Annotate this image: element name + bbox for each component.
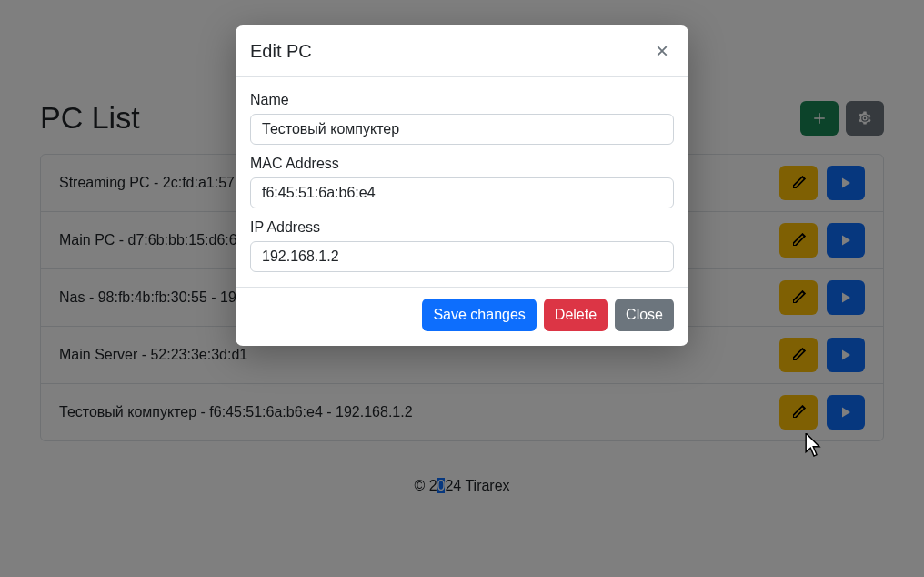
close-icon: × bbox=[656, 38, 668, 63]
ip-label: IP Address bbox=[250, 219, 674, 236]
close-icon-button[interactable]: × bbox=[650, 40, 674, 62]
mac-field[interactable] bbox=[250, 177, 674, 208]
close-button[interactable]: Close bbox=[615, 299, 674, 331]
modal-title: Edit PC bbox=[250, 41, 312, 62]
name-field[interactable] bbox=[250, 114, 674, 145]
edit-pc-modal: Edit PC × Name MAC Address IP Address Sa… bbox=[236, 25, 688, 346]
mac-label: MAC Address bbox=[250, 156, 674, 172]
name-label: Name bbox=[250, 92, 674, 108]
ip-field[interactable] bbox=[250, 241, 674, 272]
delete-button[interactable]: Delete bbox=[544, 299, 608, 331]
save-button[interactable]: Save changes bbox=[422, 299, 536, 331]
